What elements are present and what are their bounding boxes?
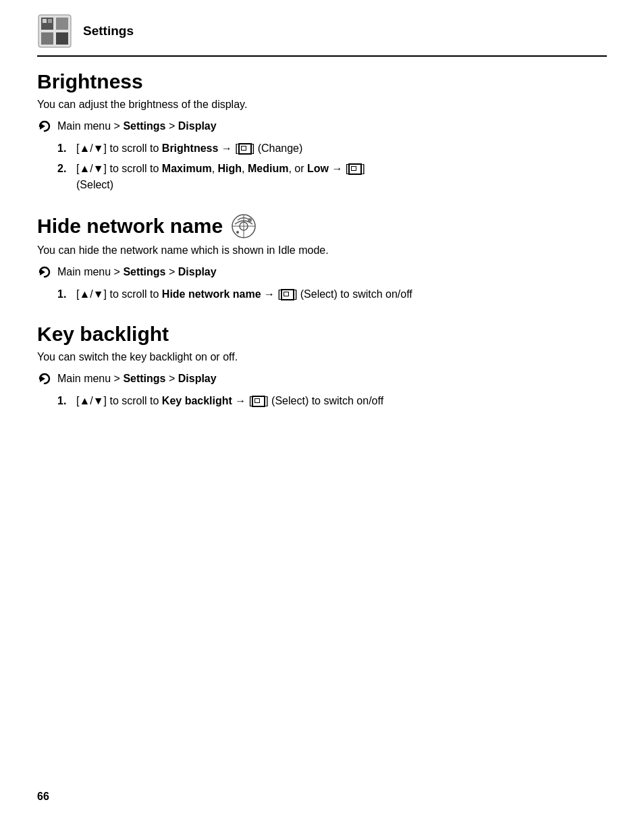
network-icon [231,213,257,239]
brightness-step-2: 2. [▲/▼] to scroll to Maximum, High, Med… [57,161,607,193]
svg-marker-14 [40,269,45,275]
hide-network-section: Hide network name You can hide the netwo… [37,213,607,302]
hide-network-nav: Main menu > Settings > Display [37,265,607,280]
header-title: Settings [83,24,134,38]
nav-arrow-icon-3 [37,371,52,386]
svg-marker-7 [40,123,45,130]
settings-icon [37,14,72,49]
svg-rect-5 [43,19,47,23]
hide-network-steps: 1. [▲/▼] to scroll to Hide network name … [57,286,607,302]
nav-arrow-icon [37,119,52,134]
brightness-nav: Main menu > Settings > Display [37,119,607,134]
page-header: Settings [37,14,607,57]
brightness-desc: You can adjust the brightness of the dis… [37,99,607,111]
brightness-steps: 1. [▲/▼] to scroll to Brightness → [] (C… [57,140,607,193]
svg-point-13 [236,231,239,234]
key-backlight-section: Key backlight You can switch the key bac… [37,323,607,409]
brightness-title: Brightness [37,70,607,93]
key-backlight-step-1: 1. [▲/▼] to scroll to Key backlight → []… [57,393,607,409]
page: Settings Brightness You can adjust the b… [0,0,644,823]
svg-rect-3 [41,32,53,45]
hide-network-step-1: 1. [▲/▼] to scroll to Hide network name … [57,286,607,302]
key-backlight-desc: You can switch the key backlight on or o… [37,351,607,363]
svg-marker-15 [40,375,45,382]
key-backlight-steps: 1. [▲/▼] to scroll to Key backlight → []… [57,393,607,409]
key-backlight-title: Key backlight [37,323,607,346]
nav-arrow-icon-2 [37,265,52,280]
hide-network-title: Hide network name [37,213,607,239]
hide-network-desc: You can hide the network name which is s… [37,244,607,257]
key-backlight-nav: Main menu > Settings > Display [37,371,607,386]
brightness-section: Brightness You can adjust the brightness… [37,70,607,193]
svg-point-12 [248,218,252,222]
brightness-step-1: 1. [▲/▼] to scroll to Brightness → [] (C… [57,140,607,157]
svg-rect-6 [48,19,52,23]
page-number: 66 [37,791,49,803]
svg-rect-4 [56,32,68,45]
svg-rect-2 [56,18,68,30]
